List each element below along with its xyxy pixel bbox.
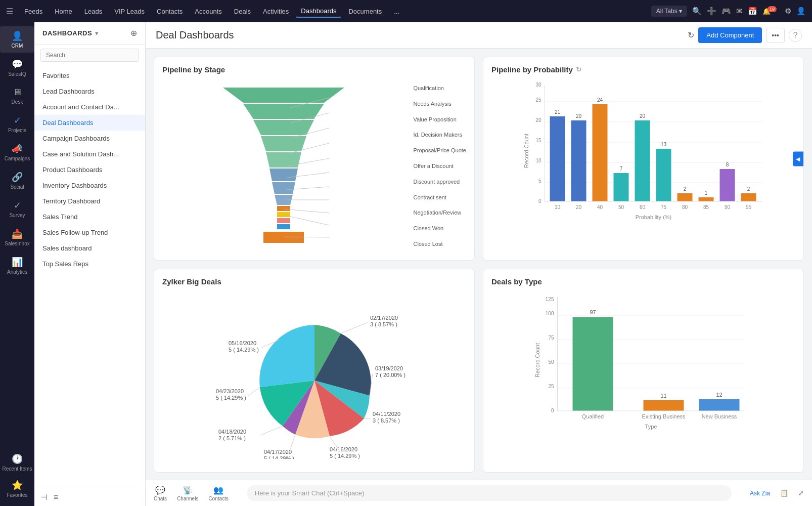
content-area: Deal Dashboards ↻ Add Component ••• ? Pi… bbox=[146, 22, 812, 506]
nav-item-favorites[interactable]: Favorites bbox=[34, 68, 145, 83]
nav-item-territory-dashboard[interactable]: Territory Dashboard bbox=[34, 193, 145, 209]
nav-item-lead-dashboards[interactable]: Lead Dashboards bbox=[34, 83, 145, 99]
more-options-button[interactable]: ••• bbox=[766, 28, 785, 43]
sidebar-item-desk-label: Desk bbox=[12, 99, 23, 105]
nav-item-account-contact[interactable]: Account and Contact Da... bbox=[34, 99, 145, 115]
sidebar-item-favorites-label: Favorites bbox=[7, 492, 27, 498]
svg-text:5 ( 14.29% ): 5 ( 14.29% ) bbox=[330, 453, 360, 459]
pie-chart-area: 02/17/2020 3 ( 8.57% ) 03/19/2020 7 ( 20… bbox=[162, 292, 466, 464]
svg-text:7 ( 20.00% ): 7 ( 20.00% ) bbox=[375, 372, 405, 378]
sidebar-item-salesinbox-label: SalesInbox bbox=[5, 241, 29, 246]
funnel-svg bbox=[213, 88, 354, 244]
sidebar-item-favorites[interactable]: ⭐ Favorites bbox=[0, 476, 34, 502]
sidebar-item-projects[interactable]: ✓ Projects bbox=[0, 111, 34, 137]
funnel-label-qualification: Qualification bbox=[413, 85, 466, 91]
email-icon[interactable]: ✉ bbox=[736, 7, 743, 16]
sidebar-item-salesinbox[interactable]: 📥 SalesInbox bbox=[0, 224, 34, 250]
svg-text:30: 30 bbox=[535, 82, 542, 88]
svg-text:3 ( 8.57% ): 3 ( 8.57% ) bbox=[373, 417, 400, 424]
sidebar-item-survey[interactable]: ✓ Survey bbox=[0, 196, 34, 222]
svg-text:04/16/2020: 04/16/2020 bbox=[330, 446, 357, 452]
sidebar-item-desk[interactable]: 🖥 Desk bbox=[0, 83, 34, 109]
survey-icon: ✓ bbox=[14, 200, 21, 211]
add-icon[interactable]: ➕ bbox=[707, 7, 716, 16]
dropdown-icon[interactable]: ▾ bbox=[95, 29, 99, 37]
nav-item-sales-trend[interactable]: Sales Trend bbox=[34, 209, 145, 225]
nav-item-sales-followup[interactable]: Sales Follow-up Trend bbox=[34, 225, 145, 240]
all-tabs-button[interactable]: All Tabs ▾ bbox=[651, 6, 687, 17]
content-header: Deal Dashboards ↻ Add Component ••• ? bbox=[146, 22, 812, 49]
nav-item-inventory-dashboards[interactable]: Inventory Dashboards bbox=[34, 178, 145, 193]
campaigns-icon: 📣 bbox=[12, 143, 23, 154]
bottom-contacts[interactable]: 👥 Contacts bbox=[208, 485, 228, 501]
sidebar-item-recent[interactable]: 🕐 Recent Items bbox=[0, 449, 34, 476]
sidebar-item-analytics[interactable]: 📊 Analytics bbox=[0, 252, 34, 279]
svg-text:97: 97 bbox=[590, 309, 596, 315]
svg-text:75: 75 bbox=[661, 204, 667, 210]
sidebar-item-campaigns-label: Campaigns bbox=[5, 156, 30, 161]
nav-item-product-dashboards[interactable]: Product Dashboards bbox=[34, 162, 145, 178]
svg-text:2: 2 bbox=[747, 186, 750, 192]
svg-text:5 ( 14.29% ): 5 ( 14.29% ) bbox=[216, 395, 246, 401]
svg-text:5: 5 bbox=[538, 178, 542, 184]
chat-icon-right[interactable]: 📋 bbox=[780, 489, 788, 497]
nav-item-top-sales-reps[interactable]: Top Sales Reps bbox=[34, 256, 145, 272]
sidebar-toggle-icon[interactable]: ⊣ bbox=[40, 492, 48, 502]
ask-zia-button[interactable]: Ask Zia bbox=[750, 490, 770, 497]
desk-icon: 🖥 bbox=[13, 87, 22, 98]
sidebar-item-salesiq[interactable]: 💬 SalesIQ bbox=[0, 55, 34, 81]
list-view-icon[interactable]: ≡ bbox=[54, 493, 58, 502]
expand-icon[interactable]: ⤢ bbox=[798, 489, 804, 497]
svg-text:95: 95 bbox=[746, 204, 752, 210]
svg-text:15: 15 bbox=[535, 138, 542, 143]
nav-item-campaign-dashboards[interactable]: Campaign Dashboards bbox=[34, 131, 145, 146]
nav-activities[interactable]: Activities bbox=[258, 6, 294, 17]
sidebar-item-campaigns[interactable]: 📣 Campaigns bbox=[0, 139, 34, 165]
nav-item-case-solution[interactable]: Case and Solution Dash... bbox=[34, 146, 145, 162]
add-component-button[interactable]: Add Component bbox=[698, 27, 762, 43]
nav-more[interactable]: ... bbox=[389, 6, 404, 17]
nav-accounts[interactable]: Accounts bbox=[190, 6, 227, 17]
svg-text:8: 8 bbox=[726, 162, 729, 167]
nav-item-deal-dashboards[interactable]: Deal Dashboards bbox=[34, 115, 145, 131]
svg-text:50: 50 bbox=[618, 204, 624, 210]
nav-dashboards[interactable]: Dashboards bbox=[296, 5, 341, 18]
sidebar-item-survey-label: Survey bbox=[9, 213, 25, 218]
svg-text:125: 125 bbox=[546, 297, 554, 302]
svg-rect-10 bbox=[277, 218, 290, 223]
nav-deals[interactable]: Deals bbox=[229, 6, 256, 17]
sidebar-item-social[interactable]: 🔗 Social bbox=[0, 167, 34, 194]
help-button[interactable]: ? bbox=[789, 29, 802, 42]
settings-icon[interactable]: ⚙ bbox=[785, 7, 791, 16]
nav-item-sales-dashboard[interactable]: Sales dashboard bbox=[34, 240, 145, 256]
probability-refresh-icon[interactable]: ↻ bbox=[576, 66, 581, 73]
notifications-icon[interactable]: 🔔19 bbox=[762, 8, 780, 15]
refresh-button[interactable]: ↻ bbox=[688, 30, 694, 40]
avatar[interactable]: 👤 bbox=[796, 7, 806, 16]
nav-feeds[interactable]: Feeds bbox=[19, 6, 48, 17]
nav-documents[interactable]: Documents bbox=[343, 6, 387, 17]
games-icon[interactable]: 🎮 bbox=[721, 7, 731, 16]
funnel-label-closed-won: Closed Won bbox=[413, 225, 466, 231]
search-icon[interactable]: 🔍 bbox=[692, 7, 702, 16]
probability-bar-chart: 0 5 10 15 20 25 30 21 bbox=[491, 80, 795, 227]
nav-home[interactable]: Home bbox=[50, 6, 77, 17]
bottom-channels[interactable]: 📡 Channels bbox=[177, 485, 198, 501]
bottom-chats[interactable]: 💬 Chats bbox=[154, 485, 167, 501]
nav-search-input[interactable] bbox=[40, 49, 139, 62]
nav-contacts[interactable]: Contacts bbox=[152, 6, 188, 17]
add-dashboard-button[interactable]: ⊕ bbox=[130, 28, 137, 38]
sidebar-item-crm-label: CRM bbox=[12, 43, 23, 49]
dashboard-grid: Pipeline by Stage bbox=[146, 49, 812, 480]
sidebar-item-crm[interactable]: 👤 CRM bbox=[0, 26, 34, 53]
favorites-icon: ⭐ bbox=[12, 480, 23, 491]
calendar-icon[interactable]: 📅 bbox=[748, 7, 757, 16]
nav-vip-leads[interactable]: VIP Leads bbox=[109, 6, 150, 17]
pipeline-by-stage-card: Pipeline by Stage bbox=[154, 57, 475, 261]
smart-chat-input[interactable]: Here is your Smart Chat (Ctrl+Space) bbox=[247, 485, 732, 501]
nav-leads[interactable]: Leads bbox=[79, 6, 107, 17]
right-tab[interactable]: ◀ bbox=[793, 151, 803, 166]
svg-text:03/19/2020: 03/19/2020 bbox=[375, 365, 403, 371]
svg-text:Qualified: Qualified bbox=[582, 413, 604, 419]
hamburger-icon[interactable]: ☰ bbox=[6, 7, 13, 16]
